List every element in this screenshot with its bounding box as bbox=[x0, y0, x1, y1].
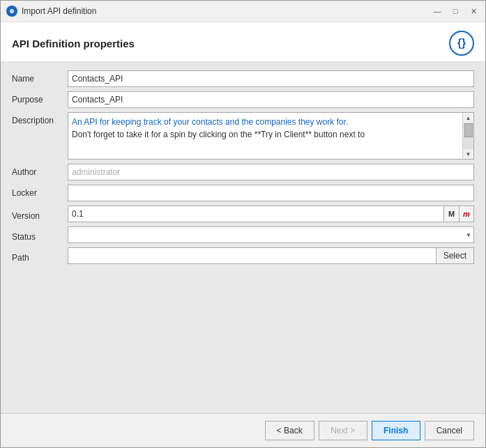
maximize-button[interactable]: □ bbox=[449, 5, 462, 17]
version-input[interactable] bbox=[68, 206, 443, 222]
scrollbar-thumb[interactable] bbox=[464, 123, 473, 137]
status-row: Status ▼ bbox=[12, 226, 474, 243]
page-header: API Definition properties {} bbox=[1, 22, 485, 62]
purpose-input[interactable] bbox=[68, 91, 474, 108]
author-row: Author bbox=[12, 164, 474, 180]
name-input[interactable] bbox=[68, 70, 474, 87]
path-input[interactable] bbox=[68, 247, 436, 264]
description-row: Description An API for keeping track of … bbox=[12, 112, 474, 160]
path-label: Path bbox=[12, 249, 68, 263]
back-button[interactable]: < Back bbox=[265, 421, 314, 440]
description-field[interactable]: An API for keeping track of your contact… bbox=[68, 112, 474, 160]
version-major-button[interactable]: M bbox=[443, 206, 459, 222]
scroll-up-arrow[interactable]: ▲ bbox=[464, 113, 473, 123]
footer: < Back Next > Finish Cancel bbox=[1, 413, 485, 447]
description-text: An API for keeping track of your contact… bbox=[68, 113, 473, 159]
description-scrollbar[interactable]: ▲ ▼ bbox=[462, 113, 473, 159]
form-spacer bbox=[12, 268, 474, 405]
purpose-label: Purpose bbox=[12, 91, 68, 105]
name-label: Name bbox=[12, 70, 68, 84]
app-icon: ⊕ bbox=[6, 6, 17, 17]
status-label: Status bbox=[12, 229, 68, 242]
finish-button[interactable]: Finish bbox=[372, 421, 420, 440]
status-wrapper: ▼ bbox=[68, 226, 474, 243]
status-select[interactable] bbox=[68, 226, 474, 243]
app-icon-symbol: ⊕ bbox=[9, 8, 15, 15]
locker-row: Locker bbox=[12, 185, 474, 201]
api-icon: {} bbox=[449, 31, 474, 56]
close-button[interactable]: ✕ bbox=[467, 5, 480, 17]
page-title: API Definition properties bbox=[12, 38, 449, 49]
author-input[interactable] bbox=[68, 164, 474, 180]
minimize-button[interactable]: — bbox=[431, 5, 443, 17]
title-bar-controls: — □ ✕ bbox=[431, 5, 480, 17]
description-line2: Don't forget to take it for a spin by cl… bbox=[72, 130, 365, 139]
next-button[interactable]: Next > bbox=[319, 421, 367, 440]
author-label: Author bbox=[12, 164, 68, 177]
name-row: Name bbox=[12, 70, 474, 87]
description-line1: An API for keeping track of your contact… bbox=[72, 117, 348, 127]
title-bar-text: Import API definition bbox=[22, 6, 431, 16]
locker-label: Locker bbox=[12, 185, 68, 198]
cancel-button[interactable]: Cancel bbox=[425, 421, 474, 440]
path-row: Path Select bbox=[12, 247, 474, 264]
dialog-content: API Definition properties {} Name Purpos… bbox=[1, 22, 485, 413]
version-minor-button[interactable]: m bbox=[459, 206, 474, 222]
version-row: Version M m bbox=[12, 206, 474, 222]
purpose-row: Purpose bbox=[12, 91, 474, 108]
scrollbar-track bbox=[463, 123, 473, 149]
scroll-down-arrow[interactable]: ▼ bbox=[464, 149, 473, 159]
description-label: Description bbox=[12, 112, 68, 125]
title-bar: ⊕ Import API definition — □ ✕ bbox=[1, 1, 485, 22]
version-label: Version bbox=[12, 208, 68, 221]
locker-input[interactable] bbox=[68, 185, 474, 201]
form-area: Name Purpose Description An API for keep… bbox=[1, 62, 485, 413]
path-select-button[interactable]: Select bbox=[436, 247, 474, 264]
api-icon-symbol: {} bbox=[457, 37, 466, 49]
